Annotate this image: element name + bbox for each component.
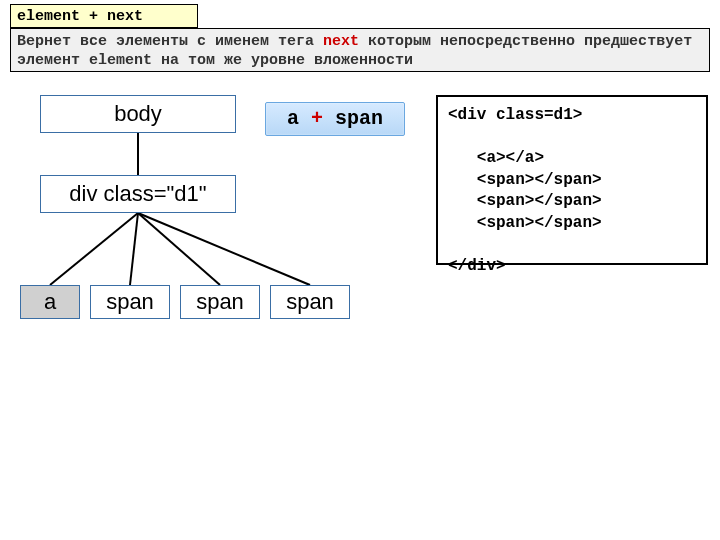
- title-band: element + next: [10, 4, 198, 28]
- explain-next: next: [323, 33, 359, 50]
- tree-span-1: span: [90, 285, 170, 319]
- svg-line-1: [50, 213, 138, 285]
- explain-elem: element: [89, 52, 152, 69]
- tree-body: body: [40, 95, 236, 133]
- selector-a: a: [287, 107, 299, 130]
- explanation: Вернет все элементы с именем тега next к…: [10, 28, 710, 72]
- selector-span: span: [335, 107, 383, 130]
- svg-line-2: [130, 213, 138, 285]
- tree-div: div class="d1": [40, 175, 236, 213]
- svg-line-4: [138, 213, 310, 285]
- selector-badge: a + span: [265, 102, 405, 136]
- selector-plus: +: [311, 107, 323, 130]
- explain-post: на том же уровне вложенности: [152, 52, 413, 69]
- tree-a: a: [20, 285, 80, 319]
- explain-pre: Вернет все элементы с именем тега: [17, 33, 323, 50]
- tree-span-2: span: [180, 285, 260, 319]
- tree-span-3: span: [270, 285, 350, 319]
- code-block: <div class=d1> <a></a> <span></span> <sp…: [436, 95, 708, 265]
- svg-line-3: [138, 213, 220, 285]
